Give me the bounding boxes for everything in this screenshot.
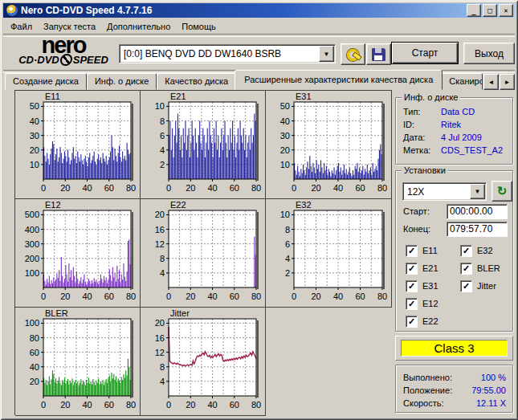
info-label: Дата: <box>403 133 441 142</box>
speed-select[interactable]: 12X ▼ <box>402 182 487 201</box>
info-row: Скорость:12.11 X <box>396 397 512 410</box>
checkbox-e21[interactable]: ✓E21 <box>406 259 438 277</box>
checkbox-e11[interactable]: ✓E11 <box>406 242 438 259</box>
svg-text:BLER: BLER <box>45 308 68 318</box>
svg-text:Jitter: Jitter <box>170 308 190 318</box>
menu-item[interactable]: Файл <box>5 20 38 33</box>
svg-text:6: 6 <box>285 239 290 249</box>
start-button[interactable]: Старт <box>391 42 459 64</box>
checkbox-e22[interactable]: ✓E22 <box>406 312 438 330</box>
svg-text:200: 200 <box>25 254 39 263</box>
checkbox-label: Jitter <box>477 281 496 291</box>
checkbox-jitter[interactable]: ✓Jitter <box>460 277 500 295</box>
minimize-button[interactable]: _ <box>467 4 481 17</box>
menu-item[interactable]: Дополнительно <box>101 20 176 33</box>
save-floppy-icon <box>372 48 385 61</box>
svg-text:16: 16 <box>155 225 165 234</box>
exit-button[interactable]: Выход <box>463 43 515 64</box>
svg-text:4: 4 <box>160 145 165 155</box>
chart-empty-cell <box>266 308 392 416</box>
svg-text:0: 0 <box>292 292 296 301</box>
svg-text:60: 60 <box>230 183 239 193</box>
svg-text:8: 8 <box>160 116 165 126</box>
tab-scan[interactable]: Сканировани <box>441 73 483 90</box>
svg-text:80: 80 <box>126 292 136 301</box>
disc-info-title: Инф. о диске <box>402 92 460 102</box>
end-position-label: Конец: <box>403 224 430 234</box>
menu-item[interactable]: Запуск теста <box>38 20 101 33</box>
svg-text:40: 40 <box>333 183 343 193</box>
end-position-field[interactable]: 079:57.70 <box>447 222 508 237</box>
checkbox-bler[interactable]: ✓BLER <box>460 259 500 277</box>
tab-advanced-quality[interactable]: Расширенные характеристики качества диск… <box>235 70 443 90</box>
info-value: Ritek <box>441 120 506 129</box>
maximize-button[interactable]: □ <box>483 4 497 17</box>
nero-logo: nero CD·DVDSPEED <box>11 36 116 66</box>
svg-text:10: 10 <box>280 210 290 219</box>
tab-scroll-left-button[interactable]: ◄ <box>483 74 499 90</box>
svg-text:60: 60 <box>104 400 114 410</box>
tab-disc-info[interactable]: Инф. о диске <box>87 73 157 90</box>
chart-e21: 246810020406080E21 <box>141 91 266 199</box>
checkbox-label: E21 <box>422 263 438 273</box>
svg-text:20: 20 <box>186 183 195 193</box>
checkbox-label: E32 <box>477 246 493 255</box>
tab-create-disc[interactable]: Создание диска <box>5 73 87 90</box>
refresh-icon: ↻ <box>497 184 508 198</box>
checkbox-checked-icon[interactable]: ✓ <box>406 245 418 257</box>
checkbox-checked-icon[interactable]: ✓ <box>406 298 418 310</box>
settings-groupbox: Установки 12X ▼ ↻ Старт: 000:00.00 Конец… <box>395 170 513 332</box>
speed-select-dropdown-button[interactable]: ▼ <box>470 184 485 199</box>
drive-select-dropdown-button[interactable]: ▼ <box>319 46 334 62</box>
checkbox-e12[interactable]: ✓E12 <box>406 295 438 312</box>
svg-text:2: 2 <box>160 160 165 169</box>
drive-select[interactable]: [0:0] BENQ DVD DD DW1640 BSRB ▼ <box>119 44 336 63</box>
checkbox-checked-icon[interactable]: ✓ <box>406 316 418 328</box>
checkbox-e31[interactable]: ✓E31 <box>406 277 438 295</box>
svg-text:40: 40 <box>82 400 92 410</box>
info-value: 79:55.00 <box>441 385 506 395</box>
svg-text:40: 40 <box>82 292 92 301</box>
svg-text:10: 10 <box>30 160 39 169</box>
svg-text:40: 40 <box>82 183 92 193</box>
svg-text:0: 0 <box>166 292 171 301</box>
info-value: 4 Jul 2009 <box>441 133 506 142</box>
checkbox-checked-icon[interactable]: ✓ <box>406 280 418 292</box>
menu-item[interactable]: Помощь <box>176 20 222 33</box>
svg-text:60: 60 <box>230 292 239 301</box>
svg-text:40: 40 <box>333 292 343 301</box>
svg-text:4: 4 <box>160 268 165 278</box>
disc-icon <box>59 54 73 66</box>
checkbox-checked-icon[interactable]: ✓ <box>460 263 472 275</box>
info-value: CDS_TEST_A2 <box>441 145 506 155</box>
options-button[interactable] <box>341 43 365 65</box>
checkbox-e32[interactable]: ✓E32 <box>460 242 500 259</box>
svg-text:8: 8 <box>160 254 165 263</box>
svg-text:300: 300 <box>25 239 39 249</box>
svg-text:50: 50 <box>280 101 290 111</box>
start-position-field[interactable]: 000:00.00 <box>447 204 508 219</box>
close-button[interactable]: ✕ <box>499 4 513 17</box>
save-button[interactable] <box>366 43 391 65</box>
nero-logo-text: nero <box>11 36 116 54</box>
chart-jitter: 48121620020406080Jitter <box>141 308 266 416</box>
start-position-label: Старт: <box>403 206 430 216</box>
checkbox-checked-icon[interactable]: ✓ <box>460 245 472 257</box>
svg-text:40: 40 <box>207 400 217 410</box>
tab-bar: Создание диска Инф. о диске Качество дис… <box>5 71 515 90</box>
checkbox-checked-icon[interactable]: ✓ <box>406 263 418 275</box>
svg-text:E12: E12 <box>45 200 61 210</box>
refresh-button[interactable]: ↻ <box>491 181 512 202</box>
svg-text:E21: E21 <box>170 92 186 101</box>
chart-e32: 246810020406080E32 <box>266 199 392 308</box>
checkbox-checked-icon[interactable]: ✓ <box>460 280 472 292</box>
svg-text:60: 60 <box>355 183 365 193</box>
quality-class-badge: Class 3 <box>401 340 508 357</box>
tab-disc-quality[interactable]: Качество диска <box>157 73 236 90</box>
arrow-right-icon: ► <box>504 79 511 86</box>
svg-text:E31: E31 <box>296 92 312 101</box>
svg-text:40: 40 <box>207 292 217 301</box>
svg-text:40: 40 <box>30 362 39 372</box>
tab-scroll-right-button[interactable]: ► <box>500 74 515 90</box>
svg-text:12: 12 <box>155 239 165 249</box>
